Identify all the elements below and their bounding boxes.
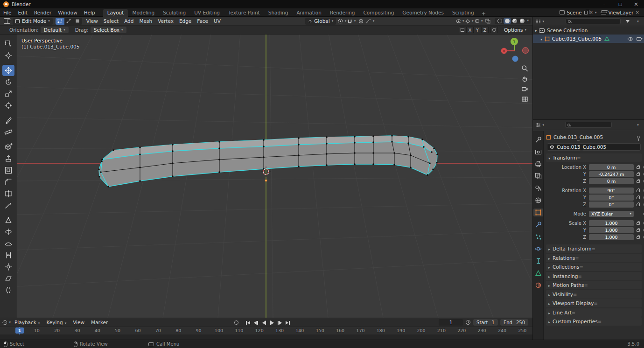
tab-particles[interactable]: [533, 233, 543, 241]
drag-dropdown[interactable]: Select Box: [91, 27, 126, 33]
tool-transform[interactable]: [2, 100, 14, 111]
prev-keyframe-button[interactable]: [252, 319, 260, 326]
tool-add-cube[interactable]: [2, 141, 14, 153]
next-keyframe-button[interactable]: [276, 319, 284, 326]
timeline-editor-icon[interactable]: [2, 319, 11, 326]
tool-scale[interactable]: [2, 88, 14, 99]
menu-window[interactable]: Window: [55, 8, 80, 17]
tool-poly-build[interactable]: [2, 215, 14, 226]
mirror-z-toggle[interactable]: Z: [481, 27, 489, 33]
mesh-object[interactable]: [98, 135, 438, 188]
menu-vertex[interactable]: Vertex: [155, 18, 176, 24]
disable-render-camera-icon[interactable]: [637, 37, 641, 41]
orientation-dropdown[interactable]: Default: [41, 27, 69, 33]
menu-uv[interactable]: UV: [211, 18, 224, 24]
current-frame-field[interactable]: 1: [439, 319, 463, 326]
location-x-field[interactable]: 0 m: [589, 164, 634, 170]
section-delta-transform[interactable]: Delta Transform: [546, 244, 642, 253]
tab-rendering[interactable]: Rendering: [326, 9, 359, 17]
lock-icon[interactable]: [637, 237, 640, 239]
transform-pivot-mini-icon[interactable]: [459, 27, 466, 33]
play-button[interactable]: [268, 319, 276, 326]
viewlayer-selector[interactable]: ViewLayer: [601, 10, 639, 15]
shading-solid-button[interactable]: [504, 18, 511, 24]
overlays-toggle[interactable]: [475, 18, 483, 25]
object-type-visibility-dropdown[interactable]: [456, 18, 464, 25]
tab-scripting[interactable]: Scripting: [448, 9, 478, 17]
menu-marker[interactable]: Marker: [88, 320, 111, 325]
tool-extrude-region[interactable]: [2, 153, 14, 164]
rotation-z-field[interactable]: 0°: [589, 202, 634, 208]
shading-material-button[interactable]: [511, 18, 518, 24]
outliner-editor-icon[interactable]: [536, 18, 544, 25]
face-select-button[interactable]: [73, 18, 82, 25]
lock-icon[interactable]: [637, 174, 640, 176]
pivot-point-dropdown[interactable]: [338, 18, 346, 25]
tool-inset-faces[interactable]: [2, 165, 14, 176]
gizmo-axis-z-ball[interactable]: [512, 56, 518, 62]
viewport-3d[interactable]: User Perspective (1) Cube.013_Cube.005 Y…: [17, 35, 532, 318]
tab-animation[interactable]: Animation: [292, 9, 326, 17]
tool-measure[interactable]: [2, 126, 14, 138]
tab-texture-paint[interactable]: Texture Paint: [224, 9, 264, 17]
maximize-button[interactable]: [612, 0, 628, 8]
edge-select-button[interactable]: [64, 18, 73, 25]
tab-compositing[interactable]: Compositing: [359, 9, 399, 17]
tab-layout[interactable]: Layout: [103, 9, 128, 17]
start-frame-field[interactable]: Start 1: [473, 319, 498, 326]
section-instancing[interactable]: Instancing: [546, 272, 642, 280]
tab-uv-editing[interactable]: UV Editing: [190, 9, 224, 17]
scale-z-field[interactable]: 1.000: [589, 234, 634, 240]
tab-render[interactable]: [533, 148, 543, 156]
tool-annotate[interactable]: [2, 115, 14, 126]
shading-rendered-button[interactable]: [518, 18, 530, 24]
use-preview-range-icon[interactable]: [466, 320, 470, 325]
lock-icon[interactable]: [637, 167, 640, 169]
section-line-art[interactable]: Line Art: [546, 308, 642, 317]
remove-viewlayer-icon[interactable]: [636, 10, 639, 15]
editor-type-icon[interactable]: [4, 18, 10, 24]
rotation-y-field[interactable]: 0°: [589, 195, 634, 201]
tab-object-data[interactable]: [533, 269, 543, 277]
mirror-x-toggle[interactable]: X: [466, 27, 474, 33]
xray-toggle[interactable]: [484, 18, 492, 25]
location-y-field[interactable]: -0.24247 m: [589, 171, 634, 177]
tool-cursor[interactable]: [2, 50, 14, 61]
object-name-field[interactable]: Cube.013_Cube.005: [547, 143, 641, 151]
menu-add[interactable]: Add: [121, 18, 136, 24]
menu-render[interactable]: Render: [31, 8, 55, 17]
proportional-falloff-dropdown[interactable]: [366, 18, 374, 25]
menu-mesh[interactable]: Mesh: [136, 18, 155, 24]
tool-rotate[interactable]: [2, 77, 14, 88]
shading-wireframe-button[interactable]: [496, 18, 504, 24]
properties-options-icon[interactable]: [633, 121, 641, 128]
expander-icon[interactable]: [535, 28, 539, 33]
tab-scene[interactable]: [533, 184, 543, 192]
vertex-select-button[interactable]: [56, 18, 64, 25]
new-scene-icon[interactable]: [584, 11, 588, 14]
scale-y-field[interactable]: 1.000: [589, 227, 634, 233]
proportional-editing-toggle[interactable]: [357, 18, 365, 25]
add-workspace-button[interactable]: +: [478, 11, 489, 17]
lock-icon[interactable]: [637, 223, 640, 225]
tab-modeling[interactable]: Modeling: [128, 9, 159, 17]
menu-file[interactable]: File: [0, 8, 15, 17]
tab-output[interactable]: [533, 160, 543, 168]
options-dropdown[interactable]: Options: [501, 27, 530, 33]
section-visibility[interactable]: Visibility: [546, 290, 642, 299]
current-frame-marker[interactable]: 1: [15, 327, 24, 334]
zoom-icon[interactable]: [521, 64, 529, 72]
tab-sculpting[interactable]: Sculpting: [159, 9, 190, 17]
tool-rip-region[interactable]: [2, 285, 14, 296]
minimize-button[interactable]: [596, 0, 612, 8]
section-collections[interactable]: Collections: [546, 263, 642, 271]
tool-move[interactable]: [2, 65, 14, 76]
lock-icon[interactable]: [637, 190, 640, 192]
timeline-track[interactable]: [0, 334, 532, 340]
tab-world[interactable]: [533, 196, 543, 204]
tool-knife[interactable]: [2, 200, 14, 211]
pan-hand-icon[interactable]: [521, 75, 529, 83]
auto-key-button[interactable]: [232, 319, 240, 326]
section-custom-properties[interactable]: Custom Properties: [546, 317, 642, 326]
rotation-mode-dropdown[interactable]: XYZ Euler: [589, 211, 634, 217]
